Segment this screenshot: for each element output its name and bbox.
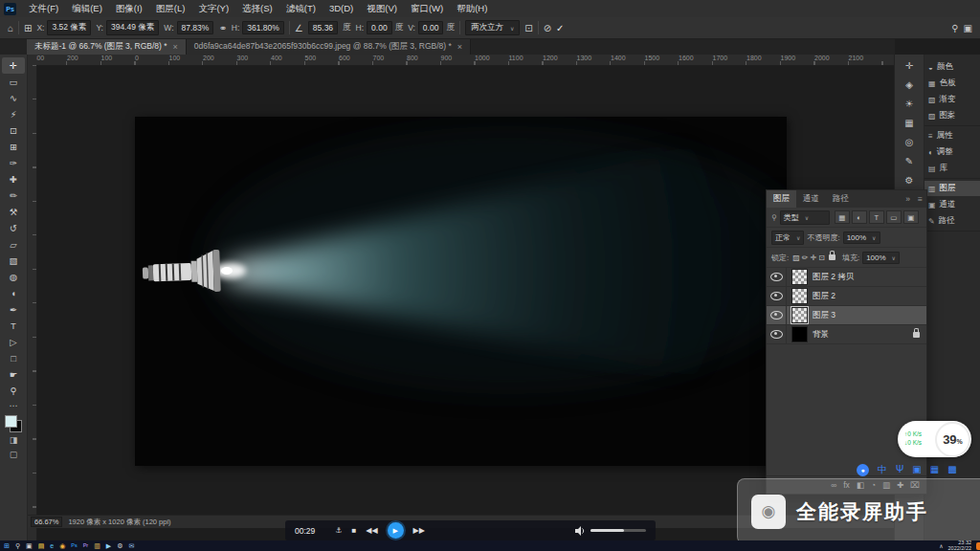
panel-patterns[interactable]: ▨图案 [924, 108, 980, 123]
edit-toolbar-icon[interactable]: ⋯ [10, 401, 18, 410]
panel-properties[interactable]: ≡属性 [924, 128, 980, 143]
commit-transform-button[interactable]: ✓ [556, 23, 564, 33]
type-tool[interactable]: T [2, 318, 25, 334]
collapsed-panel-icon-4[interactable]: ▦ [904, 118, 913, 128]
mail-icon[interactable]: ✉ [129, 542, 135, 549]
shape-tool[interactable]: □ [2, 350, 25, 366]
collapsed-panel-icon-7[interactable]: ⚙ [905, 175, 914, 186]
opacity-select[interactable]: 100% ∨ [843, 231, 880, 244]
stop-icon[interactable]: ■ [351, 526, 356, 535]
folder-icon[interactable]: ▥ [94, 542, 100, 549]
panel-menu-icon[interactable]: ≡ [914, 190, 926, 208]
brush-tool[interactable]: ✏ [2, 187, 25, 204]
grid-icon[interactable]: ▦ [930, 465, 939, 474]
y-value-input[interactable]: 394.49 像素 [106, 20, 159, 35]
eraser-tool[interactable]: ▱ [2, 236, 25, 253]
collapsed-panel-icon-1[interactable]: ✛ [905, 60, 913, 71]
record-button[interactable]: ● [857, 464, 869, 476]
input-method-indicator[interactable]: 中 [878, 465, 887, 474]
blur-tool[interactable]: ◍ [2, 269, 25, 285]
cancel-transform-button[interactable]: ⊘ [544, 23, 551, 33]
blend-mode-select[interactable]: 正常 ∨ [771, 231, 804, 245]
panel-swatches[interactable]: ▦色板 [924, 76, 980, 91]
panel-adjustments[interactable]: ◐调整 [924, 144, 980, 160]
panel-paths[interactable]: ✎路径 [924, 213, 980, 229]
zoom-level-input[interactable]: 66.67% [31, 517, 62, 527]
rewind-icon[interactable]: ◀◀ [366, 526, 377, 535]
menu-item-1[interactable]: 文件(F) [22, 0, 65, 17]
lock-position-icon[interactable]: ✛ [810, 253, 818, 262]
media-player-icon[interactable]: ▶ [106, 542, 111, 549]
move-tool[interactable]: ✛ [2, 57, 25, 74]
camera-icon[interactable]: ▣ [912, 465, 921, 474]
w-value-input[interactable]: 87.83% [177, 21, 214, 34]
v-skew-input[interactable]: 0.00 [418, 21, 444, 34]
dodge-tool[interactable]: ◖ [2, 285, 25, 301]
menu-item-11[interactable]: 帮助(H) [450, 0, 494, 17]
taskbar-clock[interactable]: 23:32 2022/2/22 [948, 540, 971, 551]
tab-close-icon[interactable]: × [173, 42, 178, 52]
path-selection-tool[interactable]: ▷ [2, 334, 25, 350]
panel-gradients[interactable]: ▧渐变 [924, 92, 980, 107]
frame-tool[interactable]: ⊞ [2, 139, 25, 155]
collapse-panel-icon[interactable]: » [902, 190, 914, 208]
search-icon[interactable]: ⚲ [15, 542, 20, 549]
search-icon[interactable]: ⚲ [951, 23, 958, 33]
layer-row-3[interactable]: 图层 3 [767, 306, 926, 325]
document-tab-2[interactable]: 0d6fa9ca64de87b43e2065f930b6cc99.jpeg @ … [187, 38, 471, 55]
angle-value-input[interactable]: 85.36 [308, 21, 338, 34]
foreground-color-swatch[interactable] [5, 415, 17, 428]
visibility-toggle[interactable] [767, 325, 787, 343]
premiere-app[interactable]: Pr [83, 543, 89, 549]
quick-selection-tool[interactable]: ⚡ [2, 106, 25, 122]
marquee-tool[interactable]: ▭ [2, 74, 25, 90]
menu-item-4[interactable]: 图层(L) [149, 0, 192, 17]
filter-type-layers-icon[interactable]: T [869, 210, 884, 224]
collapsed-panel-icon-6[interactable]: ✎ [905, 156, 913, 166]
healing-brush-tool[interactable]: ✚ [2, 171, 25, 187]
layer-row-4[interactable]: 背景 [767, 325, 926, 344]
document-canvas[interactable] [135, 117, 787, 466]
menu-item-6[interactable]: 选择(S) [235, 0, 279, 17]
filter-adjustment-layers-icon[interactable]: ◐ [852, 210, 867, 224]
link-dimensions-icon[interactable]: ⚭ [218, 23, 226, 33]
filter-smart-objects-icon[interactable]: ▣ [903, 210, 919, 224]
crop-tool[interactable]: ⊡ [2, 122, 25, 139]
visibility-toggle[interactable] [767, 306, 787, 324]
panel-libraries[interactable]: ▤库 [924, 161, 980, 176]
marker-icon[interactable]: ⚓ [335, 526, 342, 535]
fast-forward-icon[interactable]: ▶▶ [413, 526, 425, 535]
x-value-input[interactable]: 3.52 像素 [47, 20, 91, 35]
collapsed-panel-icon-2[interactable]: ◈ [905, 79, 913, 90]
percent-badge[interactable]: 39 % [935, 422, 970, 457]
volume-slider[interactable] [590, 529, 646, 532]
collapsed-panel-icon-5[interactable]: ◎ [905, 137, 914, 147]
file-explorer[interactable]: ▤ [38, 542, 45, 549]
lock-all-icon[interactable] [829, 254, 835, 260]
zoom-tool[interactable]: ⚲ [2, 383, 25, 399]
panel-layers[interactable]: ▥图层 [924, 181, 980, 196]
quick-mask-icon[interactable]: ◨ [2, 432, 25, 447]
photoshop-app[interactable]: Ps [71, 543, 77, 549]
layer-row-1[interactable]: 图层 2 拷贝 [767, 268, 926, 287]
layer-row-2[interactable]: 图层 2 [767, 287, 926, 306]
horizontal-ruler[interactable]: 3002001000100200300400500600700800900100… [27, 55, 895, 66]
lock-pixels-icon[interactable]: ✏ [801, 253, 810, 262]
clone-stamp-tool[interactable]: ⚒ [2, 204, 25, 220]
start-button[interactable]: ⊞ [4, 542, 10, 549]
vertical-ruler[interactable] [27, 65, 37, 540]
play-button[interactable]: ▶ [388, 522, 404, 539]
collapsed-panel-icon-3[interactable]: ☀ [905, 99, 914, 109]
reference-point-icon[interactable]: ⊞ [24, 23, 32, 33]
task-view-icon[interactable]: ▣ [26, 542, 33, 549]
menu-item-9[interactable]: 视图(V) [360, 0, 404, 17]
menu-item-5[interactable]: 文字(Y) [191, 0, 235, 17]
filter-pixel-layers-icon[interactable]: ▦ [835, 210, 850, 224]
microphone-icon[interactable]: Ψ [896, 465, 903, 474]
tab-close-icon[interactable]: × [457, 42, 462, 52]
warp-mode-icon[interactable]: ⊡ [524, 23, 532, 33]
h-value-input[interactable]: 361.80% [242, 21, 284, 34]
eyedropper-tool[interactable]: ✑ [2, 155, 25, 171]
h-skew-input[interactable]: 0.00 [367, 21, 392, 34]
apps-icon[interactable]: ▩ [947, 465, 956, 474]
